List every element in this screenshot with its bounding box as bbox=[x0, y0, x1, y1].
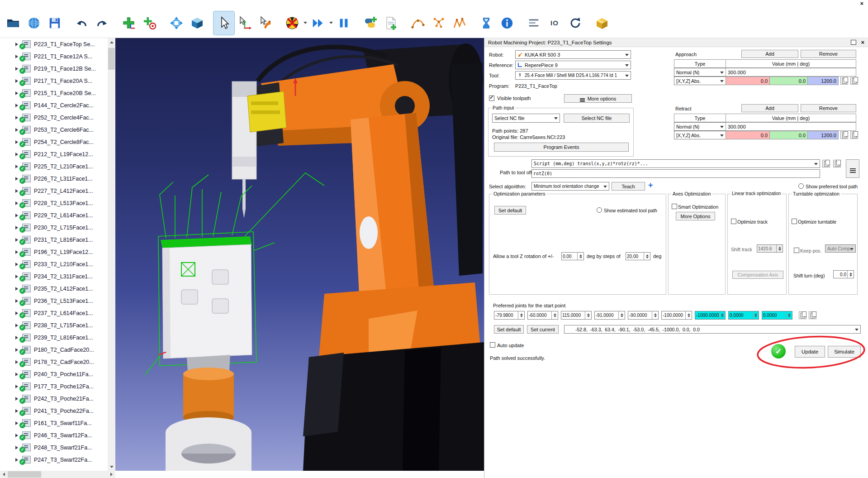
retract-type-2-select[interactable]: [X,Y,Z] Abs. bbox=[674, 131, 726, 139]
pause-button[interactable] bbox=[333, 11, 354, 35]
io-button[interactable]: IO bbox=[544, 11, 565, 35]
add-frame-button[interactable] bbox=[119, 11, 139, 35]
tree-item[interactable]: P231_T2_L816Face1... bbox=[0, 234, 108, 246]
scroll-up-arrow[interactable] bbox=[108, 38, 115, 46]
tree-item[interactable]: P144_T2_Cercle2Fac... bbox=[0, 99, 108, 111]
tree-item[interactable]: P240_T3_Poche11Fa... bbox=[0, 368, 108, 380]
tree-item[interactable]: P221_T1_Face12A S... bbox=[0, 50, 108, 62]
tree-item[interactable]: P229_T2_L614Face1... bbox=[0, 209, 108, 221]
compensation-axis-button[interactable]: Compensation Axis bbox=[732, 271, 783, 279]
tree-item[interactable]: P196_T2_L19Face12... bbox=[0, 246, 108, 258]
menu-item[interactable] bbox=[0, 4, 8, 5]
fast-simulation-button[interactable] bbox=[308, 11, 328, 35]
tree-item[interactable]: P227_T2_L412Face1... bbox=[0, 185, 108, 197]
shift-track-stepper[interactable]: 1420.6 bbox=[757, 244, 783, 253]
open-project-button[interactable] bbox=[3, 11, 24, 35]
viewport-3d[interactable] bbox=[115, 38, 484, 471]
add-target-button[interactable] bbox=[139, 11, 160, 35]
tree-item[interactable]: P223_T1_FaceTop Se... bbox=[0, 38, 108, 50]
tree-item[interactable]: P247_T3_Swarf22Fa... bbox=[0, 454, 108, 466]
offset-value-input[interactable]: rotZ(0) bbox=[531, 169, 820, 178]
menu-item[interactable] bbox=[8, 4, 16, 5]
approach-value-1[interactable]: 300.000 bbox=[726, 68, 856, 76]
offset-menu-button[interactable] bbox=[846, 159, 859, 178]
offset-script-select[interactable]: Script (mm,deg) transl(x,y,z)*rotz(rz)*.… bbox=[531, 159, 820, 168]
fast-simulation-dropdown[interactable] bbox=[328, 11, 333, 35]
rotation-step-stepper[interactable]: 20.00 bbox=[626, 252, 650, 260]
tree-item[interactable]: P248_T3_Swarf21Fa... bbox=[0, 441, 108, 454]
joint-value-stepper[interactable]: -91.0000 bbox=[594, 311, 625, 320]
move-reference-button[interactable] bbox=[234, 11, 255, 35]
online-library-button[interactable] bbox=[24, 11, 44, 35]
show-preferred-radio[interactable] bbox=[798, 183, 804, 189]
retract-z-cell[interactable]: 1200.0 bbox=[807, 131, 839, 139]
approach-type-1-select[interactable]: Normal (N) bbox=[674, 68, 726, 76]
retract-paste-button[interactable] bbox=[850, 131, 858, 139]
current-joints-select[interactable]: -52.8, -63.3, 63.4, -90.1, -53.0, -45.5,… bbox=[564, 325, 861, 334]
panel-close-icon[interactable]: × bbox=[861, 40, 864, 45]
show-estimated-radio[interactable] bbox=[597, 207, 602, 213]
add-program-button[interactable] bbox=[360, 11, 381, 35]
tree-item[interactable]: P230_T2_L715Face1... bbox=[0, 221, 108, 234]
robot-select[interactable]: KUKA KR 500 3 bbox=[515, 50, 631, 59]
menu-item[interactable] bbox=[57, 4, 65, 5]
scrollbar-thumb[interactable] bbox=[8, 471, 41, 478]
retract-add-button[interactable]: Add bbox=[741, 104, 798, 112]
retract-type-1-select[interactable]: Normal (N) bbox=[674, 122, 726, 131]
tree-item[interactable]: P233_T2_L210Face1... bbox=[0, 258, 108, 270]
redo-button[interactable] bbox=[92, 11, 113, 35]
approach-add-button[interactable]: Add bbox=[741, 50, 798, 58]
select-tool-button[interactable] bbox=[213, 11, 234, 35]
opt-set-default-button[interactable]: Set default bbox=[494, 206, 526, 215]
select-nc-file-button[interactable]: Select NC file bbox=[564, 114, 630, 123]
update-button[interactable]: Update bbox=[795, 346, 825, 358]
joint-value-stepper[interactable]: 0.0000 bbox=[762, 311, 792, 320]
collision-check-button[interactable] bbox=[282, 11, 303, 35]
tree-item[interactable]: P235_T2_L412Face1... bbox=[0, 282, 108, 295]
tree-item[interactable]: P217_T1_Face20A S... bbox=[0, 75, 108, 87]
program-events-button[interactable]: Program Events bbox=[494, 143, 629, 152]
window-close-button[interactable]: × bbox=[860, 0, 863, 7]
approach-paste-button[interactable] bbox=[850, 77, 858, 85]
rotation-value-stepper[interactable]: 0.00 bbox=[561, 252, 584, 260]
tree-item[interactable]: P226_T2_L311Face1... bbox=[0, 172, 108, 185]
tree-vertical-scrollbar[interactable] bbox=[108, 38, 115, 471]
algorithm-select[interactable]: Minimum tool orientation change bbox=[531, 182, 609, 191]
collision-check-dropdown[interactable] bbox=[303, 11, 308, 35]
scrollbar-thumb[interactable] bbox=[108, 48, 115, 70]
tree-item[interactable]: P234_T2_L311Face1... bbox=[0, 270, 108, 282]
panel-title-bar[interactable]: Robot Machining Project: P223_T1_FaceTop… bbox=[484, 38, 868, 47]
tree-item[interactable]: P238_T2_L715Face1... bbox=[0, 319, 108, 331]
scroll-right-arrow[interactable] bbox=[108, 471, 115, 478]
move-robot-button[interactable] bbox=[255, 11, 276, 35]
tree-item[interactable]: P252_T2_Cercle4Fac... bbox=[0, 111, 108, 124]
tree-item[interactable]: P241_T3_Poche22Fa... bbox=[0, 405, 108, 417]
approach-copy-button[interactable] bbox=[840, 77, 848, 85]
teach-button[interactable]: Teach bbox=[612, 182, 645, 191]
joint-value-stepper[interactable]: -1000.0000 bbox=[695, 311, 726, 320]
save-button[interactable] bbox=[44, 11, 65, 35]
optimize-turntable-checkbox[interactable] bbox=[792, 219, 797, 224]
undock-icon[interactable] bbox=[851, 40, 856, 45]
offset-reset-button[interactable] bbox=[822, 160, 830, 167]
retract-y-cell[interactable]: 0.0 bbox=[769, 131, 808, 139]
menu-item[interactable] bbox=[24, 4, 33, 5]
simulate-button[interactable]: Simulate bbox=[828, 346, 861, 358]
shift-turn-stepper[interactable]: 0.0 bbox=[833, 270, 854, 278]
menu-item[interactable] bbox=[33, 4, 41, 5]
joint-value-stepper[interactable]: -60.0000 bbox=[527, 311, 558, 320]
tree-item[interactable]: P253_T2_Cercle6Fac... bbox=[0, 124, 108, 136]
tree-item[interactable]: P219_T1_Face12B Se... bbox=[0, 62, 108, 75]
add-python-button[interactable] bbox=[381, 11, 402, 35]
hourglass-button[interactable] bbox=[476, 11, 497, 35]
offset-copy-button[interactable] bbox=[833, 160, 841, 167]
joints-set-default-button[interactable]: Set default bbox=[494, 325, 524, 334]
scroll-down-arrow[interactable] bbox=[108, 463, 115, 471]
program-calls-button[interactable] bbox=[523, 11, 544, 35]
tree-item[interactable]: P161_T3_Swarf11Fa... bbox=[0, 417, 108, 429]
tree-item[interactable]: P178_T2_CadFace20... bbox=[0, 356, 108, 368]
joint-value-stepper[interactable]: -79.9800 bbox=[494, 311, 525, 320]
tree-item[interactable]: P239_T2_L816Face1... bbox=[0, 331, 108, 344]
menu-item[interactable] bbox=[16, 4, 24, 5]
machining-project-button[interactable] bbox=[449, 11, 470, 35]
